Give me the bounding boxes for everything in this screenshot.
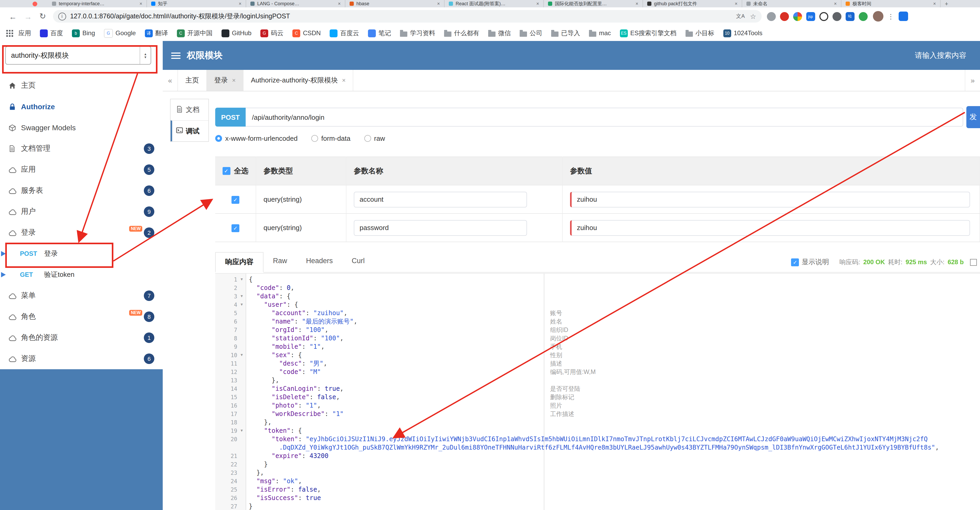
browser-tab[interactable]: 未命名×	[742, 0, 842, 7]
browser-tab[interactable]: hbase×	[345, 0, 445, 7]
extension-icon[interactable]: jsp	[806, 12, 815, 21]
extension-icon[interactable]	[793, 12, 802, 21]
module-select[interactable]: authority-权限模块 ▲▼	[5, 46, 151, 65]
show-description-checkbox[interactable]: ✓	[791, 258, 799, 266]
response-tab-Curl[interactable]: Curl	[342, 252, 374, 272]
tab-close-icon[interactable]: ×	[338, 1, 340, 6]
browser-tab[interactable]: 知乎×	[147, 0, 246, 7]
extension-icon[interactable]	[780, 12, 789, 21]
extension-icon[interactable]	[832, 12, 841, 21]
bookmark-item[interactable]: C开源中国	[177, 29, 212, 38]
fold-arrow-icon[interactable]: ▼	[240, 351, 243, 359]
sidebar-item-Authorize[interactable]: Authorize	[0, 96, 163, 117]
tab-close-icon[interactable]: ×	[139, 1, 142, 6]
browser-menu-icon[interactable]: ⋮	[887, 12, 894, 20]
sidebar-item-应用[interactable]: 应用5	[0, 159, 163, 180]
sidebar-item-登录[interactable]: 登录NEW2	[0, 222, 163, 243]
page-tab-主页[interactable]: 主页	[178, 70, 207, 91]
sidebar-item-文档管理[interactable]: 文档管理3	[0, 138, 163, 159]
header-search-input[interactable]: 请输入搜索内容	[915, 51, 966, 60]
row-checkbox[interactable]: ✓	[231, 224, 239, 232]
bookmark-item[interactable]: 已导入	[551, 29, 580, 38]
bookmark-item[interactable]: 小目标	[686, 29, 714, 38]
browser-tab[interactable]: github pack打包文件×	[643, 0, 742, 7]
response-tab-Raw[interactable]: Raw	[264, 252, 297, 272]
bookmark-item[interactable]: 学习资料	[400, 29, 435, 38]
select-all-checkbox[interactable]: ✓	[222, 167, 230, 175]
bookmark-item[interactable]: GitHub	[221, 29, 251, 37]
page-tab-登录[interactable]: 登录×	[207, 70, 243, 91]
browser-tab[interactable]: React 面试题(附答案)…×	[445, 0, 544, 7]
sidebar-item-post-登录[interactable]: POST登录	[0, 243, 163, 264]
address-bar[interactable]: i 127.0.0.1:8760/api/gate/doc.html#/auth…	[53, 10, 761, 22]
reload-icon[interactable]: ↻	[39, 11, 46, 21]
pinned-extension-icon[interactable]	[898, 11, 908, 21]
tab-close-icon[interactable]: ×	[239, 1, 242, 6]
sidebar-item-角色的资源[interactable]: 角色的资源1	[0, 327, 163, 348]
extension-icon[interactable]	[859, 12, 867, 21]
bookmark-item[interactable]: 公司	[520, 29, 542, 38]
extension-icon[interactable]: 站	[845, 12, 854, 21]
bookmark-item[interactable]: bBing	[72, 29, 95, 37]
tab-close-icon[interactable]: ×	[933, 1, 936, 6]
profile-avatar[interactable]	[873, 11, 883, 22]
doc-tab-调试[interactable]: 调试	[170, 120, 208, 141]
apps-shortcut[interactable]: 应用	[6, 29, 31, 38]
bookmark-item[interactable]: ESES搜索引擎文档	[620, 29, 677, 38]
bookmark-item[interactable]: 译翻译	[145, 29, 168, 38]
sidebar-item-服务表[interactable]: 服务表6	[0, 180, 163, 201]
browser-tab[interactable]: 极客时间×	[842, 0, 941, 7]
site-info-icon[interactable]: i	[58, 12, 66, 20]
browser-tab[interactable]: temporary-interface…×	[48, 0, 147, 7]
sidebar-item-Swagger Models[interactable]: Swagger Models	[0, 117, 163, 138]
tab-close-icon[interactable]: ×	[735, 1, 738, 6]
fold-arrow-icon[interactable]: ▼	[240, 275, 243, 284]
bookmark-star-icon[interactable]: ☆	[750, 12, 756, 20]
forward-icon[interactable]: →	[24, 12, 32, 21]
param-name-input[interactable]	[354, 191, 527, 207]
doc-tab-文档[interactable]: 文档	[170, 99, 208, 120]
sidebar-item-用户[interactable]: 用户9	[0, 201, 163, 222]
response-editor[interactable]: 1▼{2 "code": 0,3▼ "data": {4▼ "user": {5…	[215, 273, 980, 510]
back-icon[interactable]: ←	[9, 12, 17, 21]
browser-tab[interactable]: LANG - Compose…×	[246, 0, 345, 7]
hamburger-icon[interactable]	[171, 52, 181, 59]
sidebar-item-角色[interactable]: 角色NEW8	[0, 306, 163, 327]
bookmark-item[interactable]: 101024Tools	[723, 29, 762, 37]
url-text[interactable]: 127.0.0.1:8760/api/gate/doc.html#/author…	[70, 12, 290, 21]
param-name-input[interactable]	[354, 220, 527, 236]
show-description-toggle[interactable]: ✓显示说明	[791, 257, 829, 267]
browser-tab[interactable]: 国际化能否放到配置里…×	[544, 0, 643, 7]
bookmark-item[interactable]: G码云	[260, 29, 283, 38]
extension-icon[interactable]	[767, 12, 776, 21]
content-type-x-www-form-urlencoded[interactable]: x-www-form-urlencoded	[215, 134, 298, 142]
fold-arrow-icon[interactable]: ▼	[240, 300, 243, 309]
param-value-input[interactable]	[570, 220, 970, 236]
extension-icon[interactable]	[819, 12, 828, 21]
bookmark-item[interactable]: GGoogle	[104, 29, 136, 38]
content-type-form-data[interactable]: form-data	[311, 134, 350, 142]
tab-close-icon[interactable]: ×	[536, 1, 539, 6]
bookmark-item[interactable]: mac	[589, 29, 611, 37]
fold-arrow-icon[interactable]: ▼	[240, 427, 243, 435]
row-checkbox[interactable]: ✓	[231, 196, 239, 204]
window-close-icon[interactable]	[33, 1, 37, 6]
translate-icon[interactable]: 文A	[736, 13, 745, 20]
response-tab-Headers[interactable]: Headers	[297, 252, 342, 272]
tab-close-icon[interactable]: ×	[232, 76, 236, 84]
request-path-input[interactable]	[246, 108, 963, 127]
sidebar-item-菜单[interactable]: 菜单7	[0, 285, 163, 306]
fullscreen-icon[interactable]	[970, 259, 977, 266]
param-value-input[interactable]	[570, 191, 970, 207]
page-tab-Authorize-authority-权限模块[interactable]: Authorize-authority-权限模块×	[243, 70, 353, 91]
tab-close-icon[interactable]: ×	[437, 1, 440, 6]
scroll-tabs-right-icon[interactable]: »	[965, 70, 980, 91]
tab-close-icon[interactable]: ×	[834, 1, 837, 6]
send-button[interactable]: 发	[966, 106, 980, 128]
select-stepper-icon[interactable]: ▲▼	[140, 47, 151, 64]
new-tab-button[interactable]: +	[945, 0, 948, 7]
bookmark-item[interactable]: 什么都有	[444, 29, 479, 38]
tab-close-icon[interactable]: ×	[635, 1, 638, 6]
bookmark-item[interactable]: 百度云	[329, 29, 359, 38]
bookmark-item[interactable]: 笔记	[368, 29, 391, 38]
